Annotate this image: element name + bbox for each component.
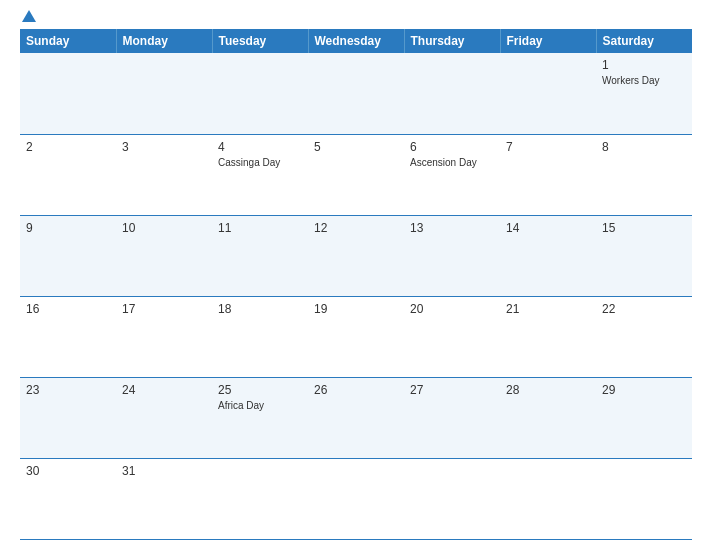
- holiday-label: Cassinga Day: [218, 156, 302, 169]
- calendar-cell: 24: [116, 377, 212, 458]
- weekday-thursday: Thursday: [404, 29, 500, 53]
- calendar-cell: 26: [308, 377, 404, 458]
- day-number: 9: [26, 221, 110, 235]
- calendar-cell: 5: [308, 134, 404, 215]
- day-number: 1: [602, 58, 686, 72]
- calendar-cell: 3: [116, 134, 212, 215]
- calendar-cell: [308, 53, 404, 134]
- day-number: 18: [218, 302, 302, 316]
- calendar-week-row: 232425Africa Day26272829: [20, 377, 692, 458]
- calendar-cell: 14: [500, 215, 596, 296]
- day-number: 27: [410, 383, 494, 397]
- day-number: 8: [602, 140, 686, 154]
- day-number: 15: [602, 221, 686, 235]
- calendar-header: [20, 10, 692, 23]
- calendar-cell: 31: [116, 458, 212, 539]
- day-number: 16: [26, 302, 110, 316]
- calendar-cell: 22: [596, 296, 692, 377]
- day-number: 14: [506, 221, 590, 235]
- calendar-cell: 25Africa Day: [212, 377, 308, 458]
- calendar-week-row: 1Workers Day: [20, 53, 692, 134]
- day-number: 21: [506, 302, 590, 316]
- holiday-label: Workers Day: [602, 74, 686, 87]
- calendar-cell: 18: [212, 296, 308, 377]
- calendar-cell: 17: [116, 296, 212, 377]
- weekday-sunday: Sunday: [20, 29, 116, 53]
- calendar-week-row: 16171819202122: [20, 296, 692, 377]
- calendar-cell: 30: [20, 458, 116, 539]
- day-number: 23: [26, 383, 110, 397]
- calendar-week-row: 234Cassinga Day56Ascension Day78: [20, 134, 692, 215]
- calendar-cell: 11: [212, 215, 308, 296]
- day-number: 30: [26, 464, 110, 478]
- holiday-label: Ascension Day: [410, 156, 494, 169]
- calendar-cell: [596, 458, 692, 539]
- day-number: 24: [122, 383, 206, 397]
- calendar-cell: 1Workers Day: [596, 53, 692, 134]
- day-number: 19: [314, 302, 398, 316]
- calendar-cell: 9: [20, 215, 116, 296]
- day-number: 4: [218, 140, 302, 154]
- day-number: 2: [26, 140, 110, 154]
- calendar-cell: [212, 53, 308, 134]
- calendar-cell: [116, 53, 212, 134]
- calendar-cell: 6Ascension Day: [404, 134, 500, 215]
- day-number: 31: [122, 464, 206, 478]
- day-number: 25: [218, 383, 302, 397]
- calendar-cell: [308, 458, 404, 539]
- calendar-cell: [500, 53, 596, 134]
- calendar-cell: [404, 458, 500, 539]
- calendar-cell: 23: [20, 377, 116, 458]
- calendar-cell: 2: [20, 134, 116, 215]
- holiday-label: Africa Day: [218, 399, 302, 412]
- calendar-cell: 27: [404, 377, 500, 458]
- calendar-cell: 12: [308, 215, 404, 296]
- day-number: 20: [410, 302, 494, 316]
- calendar-cell: 13: [404, 215, 500, 296]
- calendar-cell: 21: [500, 296, 596, 377]
- weekday-wednesday: Wednesday: [308, 29, 404, 53]
- calendar-week-row: 9101112131415: [20, 215, 692, 296]
- logo: [20, 10, 36, 23]
- day-number: 5: [314, 140, 398, 154]
- day-number: 10: [122, 221, 206, 235]
- calendar-cell: 10: [116, 215, 212, 296]
- weekday-header-row: SundayMondayTuesdayWednesdayThursdayFrid…: [20, 29, 692, 53]
- calendar-cell: 7: [500, 134, 596, 215]
- day-number: 7: [506, 140, 590, 154]
- day-number: 26: [314, 383, 398, 397]
- calendar-cell: 16: [20, 296, 116, 377]
- weekday-saturday: Saturday: [596, 29, 692, 53]
- calendar-cell: 29: [596, 377, 692, 458]
- weekday-friday: Friday: [500, 29, 596, 53]
- day-number: 11: [218, 221, 302, 235]
- calendar-cell: [212, 458, 308, 539]
- calendar-cell: 19: [308, 296, 404, 377]
- logo-triangle-icon: [22, 10, 36, 22]
- calendar-cell: 4Cassinga Day: [212, 134, 308, 215]
- day-number: 22: [602, 302, 686, 316]
- calendar-cell: 8: [596, 134, 692, 215]
- day-number: 17: [122, 302, 206, 316]
- calendar-cell: [404, 53, 500, 134]
- calendar-week-row: 3031: [20, 458, 692, 539]
- weekday-tuesday: Tuesday: [212, 29, 308, 53]
- day-number: 29: [602, 383, 686, 397]
- calendar-table: SundayMondayTuesdayWednesdayThursdayFrid…: [20, 29, 692, 540]
- day-number: 28: [506, 383, 590, 397]
- day-number: 13: [410, 221, 494, 235]
- calendar-cell: 20: [404, 296, 500, 377]
- calendar-cell: 15: [596, 215, 692, 296]
- day-number: 6: [410, 140, 494, 154]
- calendar-cell: [500, 458, 596, 539]
- weekday-monday: Monday: [116, 29, 212, 53]
- calendar-cell: 28: [500, 377, 596, 458]
- calendar-cell: [20, 53, 116, 134]
- day-number: 3: [122, 140, 206, 154]
- day-number: 12: [314, 221, 398, 235]
